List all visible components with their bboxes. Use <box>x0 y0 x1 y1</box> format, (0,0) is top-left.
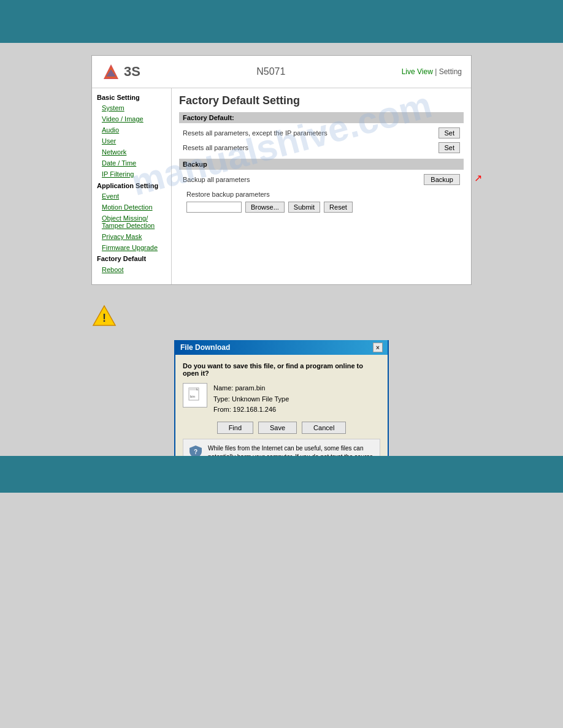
restore-filepath-input[interactable] <box>186 202 242 213</box>
restore-row: Browse... Submit Reset <box>183 199 460 215</box>
name-label: Name: <box>213 384 233 392</box>
logo-icon <box>101 62 121 82</box>
app-setting-title: Application Setting <box>92 180 171 191</box>
type-label: Type: <box>213 395 230 403</box>
file-type-row: Type: Unknown File Type <box>213 394 289 405</box>
file-from-row: From: 192.168.1.246 <box>213 404 289 415</box>
main-wrapper: 3S N5071 Live View | Setting Basic Setti… <box>91 55 472 285</box>
dialog-question: Do you want to save this file, or find a… <box>183 362 380 377</box>
content-area: Basic Setting System Video / Image Audio… <box>92 88 471 284</box>
main-content: Factory Default Setting Factory Default:… <box>172 88 471 284</box>
restore-label: Restore backup parameters <box>183 189 460 199</box>
backup-label: Backup all parameters <box>183 176 250 183</box>
dialog-buttons: Find Save Cancel <box>183 422 380 434</box>
sidebar-item-ip-filtering[interactable]: IP Filtering <box>92 169 171 180</box>
row-1-label: Resets all parameters, except the IP par… <box>183 129 327 137</box>
sidebar-item-system[interactable]: System <box>92 102 171 113</box>
sidebar-item-date-time[interactable]: Date / Time <box>92 157 171 169</box>
svg-text:bin: bin <box>190 395 195 398</box>
sidebar: Basic Setting System Video / Image Audio… <box>92 88 172 284</box>
warning-triangle-icon: ! <box>92 303 117 328</box>
logo-area: 3S <box>101 62 140 82</box>
svg-text:!: ! <box>102 312 106 324</box>
cursor-indicator: ↗ <box>474 172 482 184</box>
logo-text: 3S <box>124 64 140 80</box>
dialog-close-button[interactable]: × <box>373 343 383 352</box>
set-button-1[interactable]: Set <box>439 127 460 138</box>
row-2-label: Resets all parameters <box>183 144 248 151</box>
set-button-2[interactable]: Set <box>439 142 460 153</box>
backup-row: Backup all parameters Backup ↗ <box>179 172 464 187</box>
page-header: 3S N5071 Live View | Setting <box>92 56 471 88</box>
sidebar-item-reboot[interactable]: Reboot <box>92 264 171 275</box>
file-from-value: 192.168.1.246 <box>233 406 276 413</box>
sidebar-item-network[interactable]: Network <box>92 146 171 157</box>
factory-default-section: Factory Default: <box>179 112 464 123</box>
file-name-value: param.bin <box>235 384 265 392</box>
svg-rect-7 <box>189 388 196 390</box>
page-title: Factory Default Setting <box>179 94 464 107</box>
backup-button[interactable]: Backup <box>424 174 460 185</box>
row-2: Resets all parameters Set <box>179 140 464 155</box>
basic-setting-title: Basic Setting <box>92 91 171 102</box>
restore-section: Restore backup parameters Browse... Subm… <box>179 187 464 218</box>
svg-text:?: ? <box>194 449 197 455</box>
sidebar-item-privacy-mask[interactable]: Privacy Mask <box>92 231 171 242</box>
file-icon: bin <box>186 387 204 404</box>
setting-label: Setting <box>439 67 462 76</box>
warning-area: ! <box>0 303 563 328</box>
nav-separator: | <box>435 67 437 76</box>
sidebar-item-audio[interactable]: Audio <box>92 124 171 135</box>
save-button[interactable]: Save <box>258 422 297 434</box>
model-number: N5071 <box>256 66 285 77</box>
reset-button[interactable]: Reset <box>324 202 353 213</box>
sidebar-item-motion-detection[interactable]: Motion Detection <box>92 202 171 213</box>
cancel-button[interactable]: Cancel <box>302 422 346 434</box>
live-view-link[interactable]: Live View <box>402 67 433 76</box>
row-1: Resets all parameters, except the IP par… <box>179 126 464 140</box>
sidebar-item-video-image[interactable]: Video / Image <box>92 113 171 124</box>
dialog-titlebar: File Download × <box>175 340 388 355</box>
top-bar <box>0 0 563 43</box>
dialog-file-info: bin Name: param.bin Type: Unknown File T… <box>183 383 380 415</box>
sidebar-item-event[interactable]: Event <box>92 191 171 202</box>
find-button[interactable]: Find <box>217 422 253 434</box>
sidebar-item-user[interactable]: User <box>92 135 171 146</box>
from-label: From: <box>213 406 231 413</box>
sidebar-item-firmware-upgrade[interactable]: Firmware Upgrade <box>92 242 171 253</box>
factory-default-label: Factory Default <box>92 253 171 264</box>
dialog-title: File Download <box>180 343 230 352</box>
file-name-row: Name: param.bin <box>213 383 289 394</box>
file-type-value: Unknown File Type <box>232 395 289 403</box>
browse-button[interactable]: Browse... <box>245 202 285 213</box>
bottom-bar <box>0 456 563 493</box>
file-icon-box: bin <box>183 383 207 408</box>
submit-button[interactable]: Submit <box>288 202 320 213</box>
file-details: Name: param.bin Type: Unknown File Type … <box>213 383 289 415</box>
sidebar-item-object-missing[interactable]: Object Missing/ Tamper Detection <box>92 213 171 231</box>
header-nav: Live View | Setting <box>402 67 462 76</box>
backup-section: Backup <box>179 159 464 170</box>
